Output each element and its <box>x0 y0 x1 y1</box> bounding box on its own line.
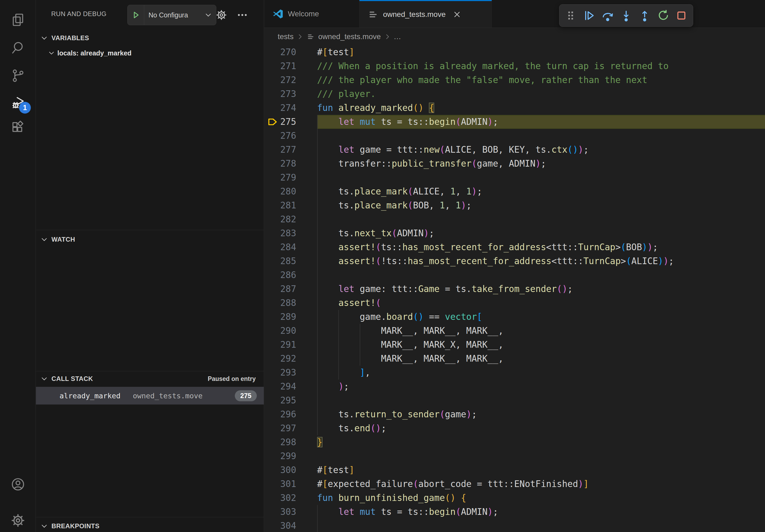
line-number[interactable]: 287 <box>280 282 296 296</box>
breadcrumb-item-tests[interactable]: tests <box>278 32 294 41</box>
line-gutter[interactable]: 290 <box>264 324 317 338</box>
code-line-content[interactable]: let mut ts = ts::begin(ADMIN); <box>317 115 765 129</box>
code-line-content[interactable]: ts.return_to_sender(game); <box>317 407 765 421</box>
code-line-content[interactable]: assert!(ts::has_most_recent_for_address<… <box>317 240 765 254</box>
line-number[interactable]: 271 <box>280 59 296 73</box>
line-number[interactable]: 299 <box>280 449 296 463</box>
line-gutter[interactable]: 280 <box>264 184 317 198</box>
code-line-content[interactable]: fun already_marked() { <box>317 101 765 115</box>
debug-step-over-button[interactable] <box>600 8 615 23</box>
code-line-content[interactable]: ts.end(); <box>317 421 765 435</box>
code-line-content[interactable]: MARK__, MARK__, MARK__, <box>317 352 765 366</box>
line-number[interactable]: 301 <box>280 477 296 491</box>
debug-continue-button[interactable] <box>581 8 597 23</box>
line-gutter[interactable]: 298 <box>264 435 317 449</box>
line-number[interactable]: 275 <box>280 115 296 129</box>
line-number[interactable]: 273 <box>280 87 296 101</box>
line-number[interactable]: 295 <box>280 394 296 407</box>
line-gutter[interactable]: 301 <box>264 477 317 491</box>
line-number[interactable]: 298 <box>280 435 296 449</box>
activity-item-source-control[interactable] <box>0 63 36 89</box>
line-gutter[interactable]: 284 <box>264 240 317 254</box>
line-gutter[interactable]: 300 <box>264 463 317 477</box>
line-gutter[interactable]: 302 <box>264 491 317 505</box>
tab-owned-tests-move[interactable]: owned_tests.move <box>360 0 492 28</box>
line-number[interactable]: 294 <box>280 380 296 394</box>
code-line-content[interactable]: let mut ts = ts::begin(ADMIN); <box>317 505 765 519</box>
code-line-content[interactable]: MARK__, MARK__, MARK__, <box>317 324 765 338</box>
line-gutter[interactable]: 289 <box>264 310 317 324</box>
line-number[interactable]: 276 <box>280 129 296 143</box>
line-number[interactable]: 296 <box>280 407 296 421</box>
line-number[interactable]: 279 <box>280 171 296 184</box>
line-gutter[interactable]: 304 <box>264 519 317 532</box>
line-gutter[interactable]: 281 <box>264 198 317 212</box>
variables-section-header[interactable]: VARIABLES <box>36 31 264 45</box>
code-line-content[interactable]: fun burn_unfinished_game() { <box>317 491 765 505</box>
close-icon[interactable] <box>452 10 461 19</box>
line-gutter[interactable]: 286 <box>264 268 317 282</box>
activity-item-search[interactable] <box>0 35 36 61</box>
code-line-content[interactable] <box>317 394 765 407</box>
line-number[interactable]: 288 <box>280 296 296 310</box>
code-line-content[interactable]: #[test] <box>317 45 765 59</box>
line-gutter[interactable]: 293 <box>264 366 317 380</box>
line-number[interactable]: 272 <box>280 73 296 87</box>
line-number[interactable]: 304 <box>280 519 296 532</box>
locals-scope-row[interactable]: locals: already_marked <box>36 46 264 60</box>
line-gutter[interactable]: 271 <box>264 59 317 73</box>
line-number[interactable]: 290 <box>280 324 296 338</box>
code-line-content[interactable]: ts.place_mark(ALICE, 1, 1); <box>317 184 765 198</box>
debug-stop-button[interactable] <box>674 8 689 23</box>
line-gutter[interactable]: 273 <box>264 87 317 101</box>
line-number[interactable]: 289 <box>280 310 296 324</box>
code-line-content[interactable]: ); <box>317 380 765 394</box>
line-gutter[interactable]: 282 <box>264 212 317 226</box>
line-gutter[interactable]: 294 <box>264 380 317 394</box>
tab-welcome[interactable]: Welcome <box>264 0 360 28</box>
code-line-content[interactable]: ts.place_mark(BOB, 1, 1); <box>317 198 765 212</box>
code-line-content[interactable]: let game: ttt::Game = ts.take_from_sende… <box>317 282 765 296</box>
line-gutter[interactable]: 297 <box>264 421 317 435</box>
more-actions-icon[interactable] <box>237 9 248 21</box>
launch-config-dropdown[interactable]: No Configura <box>127 5 216 25</box>
code-line-content[interactable]: ], <box>317 366 765 380</box>
line-number[interactable]: 278 <box>280 157 296 171</box>
code-line-content[interactable] <box>317 212 765 226</box>
line-number[interactable]: 297 <box>280 421 296 435</box>
watch-section-header[interactable]: WATCH <box>36 235 264 243</box>
line-gutter[interactable]: 296 <box>264 407 317 421</box>
line-gutter[interactable]: 283 <box>264 226 317 240</box>
start-debugging-icon[interactable] <box>128 5 144 25</box>
line-number[interactable]: 292 <box>280 352 296 366</box>
line-gutter[interactable]: 274 <box>264 101 317 115</box>
line-gutter[interactable]: 270 <box>264 45 317 59</box>
line-number[interactable]: 283 <box>280 226 296 240</box>
breadcrumb-item-file[interactable]: owned_tests.move <box>318 32 381 41</box>
line-number[interactable]: 280 <box>280 184 296 198</box>
line-number[interactable]: 303 <box>280 505 296 519</box>
code-line-content[interactable]: let game = ttt::new(ALICE, BOB, KEY, ts.… <box>317 143 765 157</box>
call-stack-section-header[interactable]: CALL STACK Paused on entry <box>36 371 264 386</box>
line-number[interactable]: 302 <box>280 491 296 505</box>
debug-step-out-button[interactable] <box>637 8 652 23</box>
line-gutter[interactable]: 287 <box>264 282 317 296</box>
code-line-content[interactable]: game.board() == vector[ <box>317 310 765 324</box>
code-line-content[interactable]: /// the player who made the "false" move… <box>317 73 765 87</box>
activity-item-debug[interactable]: 1 <box>0 90 36 116</box>
code-line-content[interactable]: #[test] <box>317 463 765 477</box>
line-gutter[interactable]: 291 <box>264 338 317 352</box>
code-line-content[interactable]: ts.next_tx(ADMIN); <box>317 226 765 240</box>
activity-item-account[interactable] <box>0 471 36 497</box>
code-line-content[interactable]: assert!(!ts::has_most_recent_for_address… <box>317 254 765 268</box>
line-number[interactable]: 277 <box>280 143 296 157</box>
line-gutter[interactable]: 277 <box>264 143 317 157</box>
line-number[interactable]: 286 <box>280 268 296 282</box>
breadcrumb-item-symbol[interactable]: … <box>394 32 401 41</box>
configure-gear-icon[interactable] <box>216 9 227 21</box>
activity-item-extensions[interactable] <box>0 115 36 141</box>
line-gutter[interactable]: 303 <box>264 505 317 519</box>
line-gutter[interactable]: 278 <box>264 157 317 171</box>
line-number[interactable]: 281 <box>280 198 296 212</box>
line-number[interactable]: 291 <box>280 338 296 352</box>
